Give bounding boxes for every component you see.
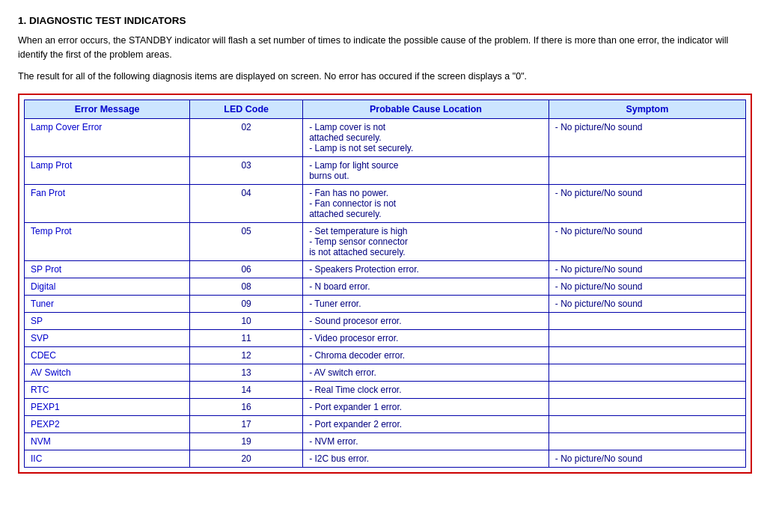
cell-symptom: - No picture/No sound [549, 278, 745, 296]
table-row: Lamp Cover Error02- Lamp cover is not at… [25, 119, 746, 157]
table-row: Temp Prot05- Set temperature is high - T… [25, 223, 746, 261]
cell-symptom [549, 382, 745, 399]
cell-symptom: - No picture/No sound [549, 261, 745, 278]
intro-paragraph-1: When an error occurs, the STANDBY indica… [18, 34, 752, 62]
table-row: Fan Prot04- Fan has no power. - Fan conn… [25, 185, 746, 223]
col-header-cause: Probable Cause Location [303, 100, 549, 119]
cell-led: 13 [190, 364, 303, 382]
cell-symptom [549, 157, 745, 185]
table-row: Tuner09- Tuner error.- No picture/No sou… [25, 296, 746, 313]
cell-symptom: - No picture/No sound [549, 119, 745, 157]
col-header-led: LED Code [190, 100, 303, 119]
cell-led: 08 [190, 278, 303, 296]
cell-symptom [549, 313, 745, 330]
cell-led: 16 [190, 399, 303, 416]
cell-cause: - Tuner error. [303, 296, 549, 313]
cell-error: IIC [25, 450, 190, 468]
cell-cause: - Set temperature is high - Temp sensor … [303, 223, 549, 261]
cell-cause: - Lamp cover is not attached securely. -… [303, 119, 549, 157]
cell-error: Tuner [25, 296, 190, 313]
cell-led: 10 [190, 313, 303, 330]
cell-led: 19 [190, 433, 303, 450]
cell-led: 12 [190, 347, 303, 364]
intro-paragraph-2: The result for all of the following diag… [18, 70, 752, 84]
cell-symptom: - No picture/No sound [549, 296, 745, 313]
cell-error: Fan Prot [25, 185, 190, 223]
col-header-symptom: Symptom [549, 100, 745, 119]
table-row: CDEC12- Chroma decoder error. [25, 347, 746, 364]
table-row: PEXP217- Port expander 2 error. [25, 416, 746, 433]
cell-cause: - Port expander 1 error. [303, 399, 549, 416]
cell-error: RTC [25, 382, 190, 399]
section-title: 1. DIAGNOSTIC TEST INDICATORS [18, 15, 752, 26]
table-row: NVM19- NVM error. [25, 433, 746, 450]
cell-error: NVM [25, 433, 190, 450]
diagnostic-table: Error Message LED Code Probable Cause Lo… [24, 100, 746, 468]
cell-error: Lamp Cover Error [25, 119, 190, 157]
table-row: PEXP116- Port expander 1 error. [25, 399, 746, 416]
cell-led: 03 [190, 157, 303, 185]
cell-led: 05 [190, 223, 303, 261]
table-row: SP10- Sound procesor error. [25, 313, 746, 330]
cell-cause: - N board error. [303, 278, 549, 296]
table-row: Lamp Prot03- Lamp for light source burns… [25, 157, 746, 185]
cell-error: SP [25, 313, 190, 330]
cell-symptom [549, 330, 745, 347]
cell-error: Lamp Prot [25, 157, 190, 185]
cell-cause: - Chroma decoder error. [303, 347, 549, 364]
cell-cause: - Speakers Protection error. [303, 261, 549, 278]
cell-led: 04 [190, 185, 303, 223]
cell-led: 11 [190, 330, 303, 347]
cell-symptom [549, 399, 745, 416]
cell-cause: - Fan has no power. - Fan connector is n… [303, 185, 549, 223]
cell-symptom [549, 347, 745, 364]
cell-error: SP Prot [25, 261, 190, 278]
cell-error: PEXP2 [25, 416, 190, 433]
cell-cause: - NVM error. [303, 433, 549, 450]
table-header-row: Error Message LED Code Probable Cause Lo… [25, 100, 746, 119]
cell-led: 09 [190, 296, 303, 313]
cell-symptom: - No picture/No sound [549, 450, 745, 468]
cell-error: Digital [25, 278, 190, 296]
cell-symptom: - No picture/No sound [549, 223, 745, 261]
table-row: AV Switch13- AV switch error. [25, 364, 746, 382]
cell-cause: - AV switch error. [303, 364, 549, 382]
table-row: RTC14- Real Time clock error. [25, 382, 746, 399]
cell-cause: - Real Time clock error. [303, 382, 549, 399]
cell-cause: - Sound procesor error. [303, 313, 549, 330]
cell-led: 06 [190, 261, 303, 278]
cell-error: Temp Prot [25, 223, 190, 261]
cell-error: PEXP1 [25, 399, 190, 416]
table-row: SP Prot06- Speakers Protection error.- N… [25, 261, 746, 278]
cell-led: 14 [190, 382, 303, 399]
table-row: Digital08- N board error.- No picture/No… [25, 278, 746, 296]
table-row: IIC20- I2C bus error.- No picture/No sou… [25, 450, 746, 468]
cell-error: SVP [25, 330, 190, 347]
cell-led: 02 [190, 119, 303, 157]
cell-symptom: - No picture/No sound [549, 185, 745, 223]
cell-error: AV Switch [25, 364, 190, 382]
cell-symptom [549, 416, 745, 433]
cell-symptom [549, 433, 745, 450]
diagnostic-table-wrapper: Error Message LED Code Probable Cause Lo… [18, 94, 752, 474]
cell-cause: - Video procesor error. [303, 330, 549, 347]
cell-led: 20 [190, 450, 303, 468]
table-row: SVP11- Video procesor error. [25, 330, 746, 347]
cell-cause: - Lamp for light source burns out. [303, 157, 549, 185]
cell-error: CDEC [25, 347, 190, 364]
cell-cause: - Port expander 2 error. [303, 416, 549, 433]
cell-symptom [549, 364, 745, 382]
col-header-error: Error Message [25, 100, 190, 119]
cell-cause: - I2C bus error. [303, 450, 549, 468]
cell-led: 17 [190, 416, 303, 433]
